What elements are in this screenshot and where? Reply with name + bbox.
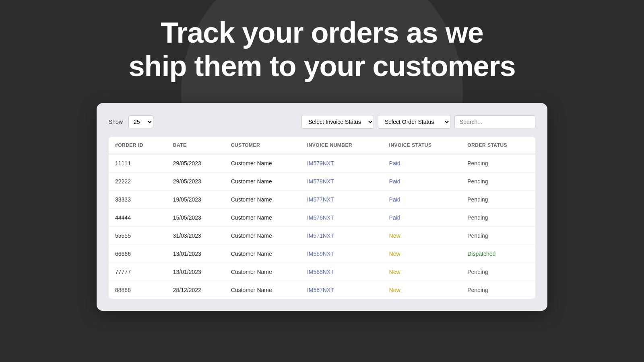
hero-section: Track your orders as we ship them to you… — [0, 0, 644, 99]
cell-order-status: Dispatched — [461, 245, 535, 263]
table-row: 77777 13/01/2023 Customer Name IM568NXT … — [109, 263, 535, 281]
cell-customer: Customer Name — [225, 281, 301, 299]
show-label: Show — [109, 119, 123, 125]
cell-date: 31/03/2023 — [167, 226, 225, 245]
order-status-select[interactable]: Select Order Status Pending Dispatched — [378, 115, 450, 129]
hero-title: Track your orders as we ship them to you… — [0, 16, 644, 83]
cell-date: 19/05/2023 — [167, 190, 225, 208]
cell-invoice-status: Paid — [383, 172, 461, 190]
cell-order-id: 22222 — [109, 172, 167, 190]
cell-customer: Customer Name — [225, 208, 301, 226]
hero-title-line1: Track your orders as we — [161, 16, 483, 49]
cell-invoice-status: New — [383, 263, 461, 281]
cell-order-status: Pending — [461, 208, 535, 226]
hero-title-line2: ship them to your customers — [128, 50, 515, 82]
cell-customer: Customer Name — [225, 172, 301, 190]
table-row: 33333 19/05/2023 Customer Name IM577NXT … — [109, 190, 535, 208]
cell-invoice-number: IM568NXT — [301, 263, 383, 281]
cell-invoice-status: New — [383, 226, 461, 245]
col-customer: CUSTOMER — [225, 137, 301, 154]
cell-order-id: 77777 — [109, 263, 167, 281]
cell-date: 29/05/2023 — [167, 172, 225, 190]
cell-date: 15/05/2023 — [167, 208, 225, 226]
cell-invoice-number: IM579NXT — [301, 154, 383, 173]
table-row: 66666 13/01/2023 Customer Name IM569NXT … — [109, 245, 535, 263]
cell-order-status: Pending — [461, 154, 535, 173]
table-header: #ORDER ID DATE CUSTOMER INVOICE NUMBER I… — [109, 137, 535, 154]
table-row: 44444 15/05/2023 Customer Name IM576NXT … — [109, 208, 535, 226]
controls-row: Show 25 10 50 100 Select Invoice Status … — [109, 115, 535, 129]
cell-date: 28/12/2022 — [167, 281, 225, 299]
cell-order-status: Pending — [461, 190, 535, 208]
cell-invoice-status: New — [383, 245, 461, 263]
cell-invoice-status: Paid — [383, 190, 461, 208]
cell-invoice-number: IM567NXT — [301, 281, 383, 299]
col-order-id: #ORDER ID — [109, 137, 167, 154]
cell-order-status: Pending — [461, 281, 535, 299]
cell-order-id: 11111 — [109, 154, 167, 173]
cell-invoice-status: Paid — [383, 208, 461, 226]
cell-invoice-number: IM576NXT — [301, 208, 383, 226]
table-row: 88888 28/12/2022 Customer Name IM567NXT … — [109, 281, 535, 299]
table-header-row: #ORDER ID DATE CUSTOMER INVOICE NUMBER I… — [109, 137, 535, 154]
cell-order-status: Pending — [461, 226, 535, 245]
invoice-status-select[interactable]: Select Invoice Status Paid New — [301, 115, 374, 129]
table-row: 11111 29/05/2023 Customer Name IM579NXT … — [109, 154, 535, 173]
cell-customer: Customer Name — [225, 245, 301, 263]
table-row: 55555 31/03/2023 Customer Name IM571NXT … — [109, 226, 535, 245]
cell-date: 13/01/2023 — [167, 245, 225, 263]
cell-invoice-number: IM571NXT — [301, 226, 383, 245]
cell-order-id: 33333 — [109, 190, 167, 208]
cell-order-id: 44444 — [109, 208, 167, 226]
cell-customer: Customer Name — [225, 263, 301, 281]
show-count-select[interactable]: 25 10 50 100 — [128, 115, 153, 128]
cell-invoice-number: IM569NXT — [301, 245, 383, 263]
cell-customer: Customer Name — [225, 190, 301, 208]
cell-date: 29/05/2023 — [167, 154, 225, 173]
table-row: 22222 29/05/2023 Customer Name IM578NXT … — [109, 172, 535, 190]
cell-order-id: 66666 — [109, 245, 167, 263]
col-order-status: ORDER STATUS — [461, 137, 535, 154]
cell-order-id: 88888 — [109, 281, 167, 299]
table-container: Show 25 10 50 100 Select Invoice Status … — [97, 103, 547, 311]
cell-order-status: Pending — [461, 172, 535, 190]
cell-invoice-status: New — [383, 281, 461, 299]
cell-order-id: 55555 — [109, 226, 167, 245]
cell-invoice-number: IM578NXT — [301, 172, 383, 190]
cell-invoice-status: Paid — [383, 154, 461, 173]
cell-invoice-number: IM577NXT — [301, 190, 383, 208]
cell-customer: Customer Name — [225, 154, 301, 173]
cell-date: 13/01/2023 — [167, 263, 225, 281]
col-invoice-status: INVOICE STATUS — [383, 137, 461, 154]
orders-table: #ORDER ID DATE CUSTOMER INVOICE NUMBER I… — [109, 137, 535, 299]
col-invoice-number: INVOICE NUMBER — [301, 137, 383, 154]
search-input[interactable] — [454, 115, 535, 128]
table-body: 11111 29/05/2023 Customer Name IM579NXT … — [109, 154, 535, 299]
cell-order-status: Pending — [461, 263, 535, 281]
cell-customer: Customer Name — [225, 226, 301, 245]
col-date: DATE — [167, 137, 225, 154]
